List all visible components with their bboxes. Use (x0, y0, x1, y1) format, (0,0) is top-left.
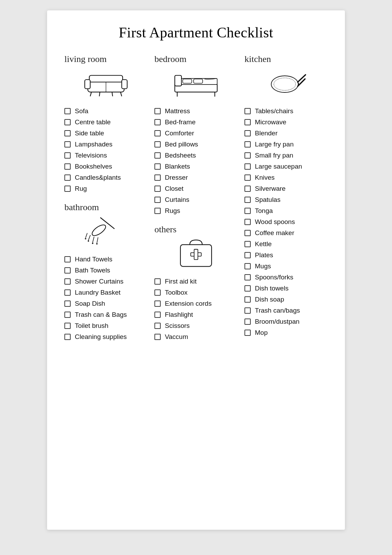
list-item[interactable]: Large saucepan (244, 163, 328, 170)
list-item[interactable]: Trash can/bags (244, 307, 328, 314)
list-item[interactable]: Rugs (154, 207, 238, 215)
list-item[interactable]: Microwave (244, 118, 328, 126)
list-item[interactable]: Dresser (154, 174, 238, 181)
checkbox[interactable] (154, 152, 161, 159)
checkbox[interactable] (64, 108, 71, 114)
checkbox[interactable] (64, 130, 71, 136)
list-item[interactable]: Toilet brush (64, 322, 148, 330)
checkbox[interactable] (64, 163, 71, 170)
list-item[interactable]: Bath Towels (64, 267, 148, 274)
list-item[interactable]: Comforter (154, 129, 238, 137)
checkbox[interactable] (244, 108, 251, 114)
list-item[interactable]: Trash can & Bags (64, 311, 148, 319)
checkbox[interactable] (154, 289, 161, 296)
checkbox[interactable] (244, 163, 251, 170)
list-item[interactable]: Mop (244, 329, 328, 337)
list-item[interactable]: Hand Towels (64, 256, 148, 263)
checkbox[interactable] (64, 141, 71, 147)
checkbox[interactable] (154, 312, 161, 318)
list-item[interactable]: Blankets (154, 163, 238, 170)
list-item[interactable]: Dish soap (244, 296, 328, 303)
checkbox[interactable] (154, 197, 161, 203)
checkbox[interactable] (64, 323, 71, 329)
list-item[interactable]: Mattress (154, 107, 238, 115)
checkbox[interactable] (244, 330, 251, 336)
checkbox[interactable] (64, 186, 71, 192)
list-item[interactable]: Vaccum (154, 333, 238, 341)
checkbox[interactable] (244, 186, 251, 192)
list-item[interactable]: Sofa (64, 107, 148, 115)
list-item[interactable]: Centre table (64, 118, 148, 126)
list-item[interactable]: Coffee maker (244, 229, 328, 237)
checkbox[interactable] (244, 230, 251, 236)
checkbox[interactable] (64, 334, 71, 340)
list-item[interactable]: Wood spoons (244, 218, 328, 226)
checkbox[interactable] (244, 208, 251, 214)
checkbox[interactable] (154, 141, 161, 147)
list-item[interactable]: Kettle (244, 240, 328, 248)
checkbox[interactable] (154, 301, 161, 307)
list-item[interactable]: Flashlight (154, 311, 238, 319)
checkbox[interactable] (64, 312, 71, 318)
checkbox[interactable] (154, 208, 161, 214)
list-item[interactable]: Televisions (64, 152, 148, 159)
checkbox[interactable] (244, 141, 251, 147)
list-item[interactable]: Shower Curtains (64, 278, 148, 285)
checkbox[interactable] (154, 174, 161, 181)
list-item[interactable]: Bedsheets (154, 152, 238, 159)
list-item[interactable]: Soap Dish (64, 300, 148, 307)
checkbox[interactable] (244, 296, 251, 303)
list-item[interactable]: Curtains (154, 196, 238, 204)
checkbox[interactable] (244, 152, 251, 159)
list-item[interactable]: Closet (154, 185, 238, 193)
checkbox[interactable] (154, 163, 161, 170)
list-item[interactable]: Extension cords (154, 300, 238, 307)
list-item[interactable]: Large fry pan (244, 141, 328, 148)
list-item[interactable]: Knives (244, 174, 328, 181)
list-item[interactable]: Scissors (154, 322, 238, 330)
list-item[interactable]: Tables/chairs (244, 107, 328, 115)
list-item[interactable]: Side table (64, 129, 148, 137)
checkbox[interactable] (154, 334, 161, 340)
checkbox[interactable] (244, 197, 251, 203)
list-item[interactable]: Spatulas (244, 196, 328, 204)
list-item[interactable]: Dish towels (244, 285, 328, 292)
list-item[interactable]: Rug (64, 185, 148, 193)
checkbox[interactable] (244, 285, 251, 292)
list-item[interactable]: Tonga (244, 207, 328, 215)
checkbox[interactable] (64, 289, 71, 296)
checkbox[interactable] (154, 186, 161, 192)
checkbox[interactable] (64, 301, 71, 307)
list-item[interactable]: Blender (244, 129, 328, 137)
checkbox[interactable] (64, 119, 71, 125)
checkbox[interactable] (64, 174, 71, 181)
checkbox[interactable] (244, 252, 251, 258)
list-item[interactable]: Bookshelves (64, 163, 148, 170)
list-item[interactable]: Toolbox (154, 289, 238, 296)
checkbox[interactable] (64, 256, 71, 262)
list-item[interactable]: Small fry pan (244, 152, 328, 159)
list-item[interactable]: Plates (244, 251, 328, 259)
checkbox[interactable] (154, 108, 161, 114)
list-item[interactable]: Broom/dustpan (244, 318, 328, 325)
checkbox[interactable] (154, 323, 161, 329)
checkbox[interactable] (154, 278, 161, 285)
list-item[interactable]: First aid kit (154, 278, 238, 285)
list-item[interactable]: Laundry Basket (64, 289, 148, 296)
checkbox[interactable] (64, 278, 71, 285)
checkbox[interactable] (244, 263, 251, 269)
checkbox[interactable] (154, 119, 161, 125)
checkbox[interactable] (244, 130, 251, 136)
list-item[interactable]: Bed pillows (154, 141, 238, 148)
list-item[interactable]: Spoons/forks (244, 274, 328, 281)
checkbox[interactable] (64, 267, 71, 274)
checkbox[interactable] (64, 152, 71, 159)
list-item[interactable]: Bed-frame (154, 118, 238, 126)
list-item[interactable]: Cleaning supplies (64, 333, 148, 341)
list-item[interactable]: Candles&plants (64, 174, 148, 181)
checkbox[interactable] (244, 319, 251, 325)
list-item[interactable]: Mugs (244, 262, 328, 270)
list-item[interactable]: Silverware (244, 185, 328, 193)
checkbox[interactable] (244, 307, 251, 314)
checkbox[interactable] (244, 241, 251, 247)
